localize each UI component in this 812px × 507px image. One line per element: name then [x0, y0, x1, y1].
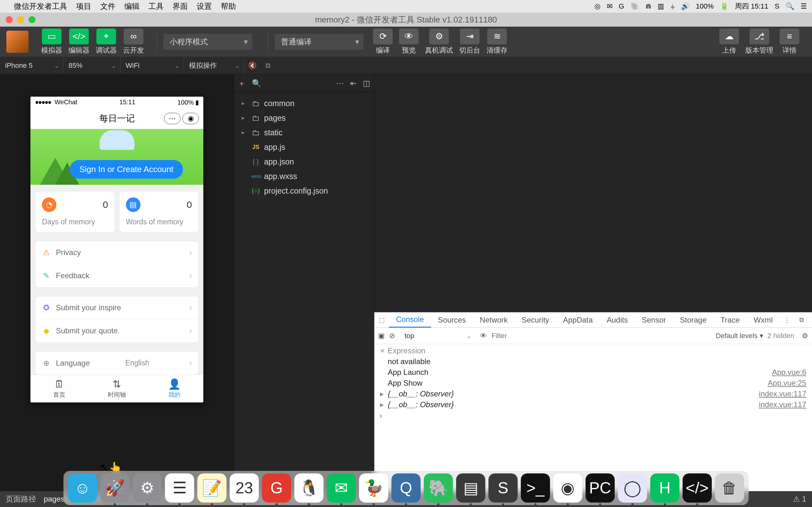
- file-node[interactable]: {○}project.config.json: [234, 183, 374, 198]
- search-icon[interactable]: 🔍: [786, 2, 794, 10]
- expand-caret-icon[interactable]: ▸: [380, 400, 388, 409]
- devtools-tab[interactable]: Security: [515, 313, 556, 328]
- clear-console-icon[interactable]: ⊘: [389, 332, 395, 340]
- devtools-tab[interactable]: Wxml: [747, 313, 780, 328]
- console-prompt[interactable]: ›: [374, 410, 812, 421]
- dock-qq[interactable]: 🐧: [294, 473, 323, 503]
- devtools-tab[interactable]: Storage: [673, 313, 713, 328]
- devtools-tab[interactable]: Sources: [431, 313, 473, 328]
- preview-button[interactable]: 👁: [399, 29, 419, 44]
- explorer-collapse-icon[interactable]: ⇤: [350, 79, 357, 88]
- tab-mine[interactable]: 👤我的: [146, 375, 204, 402]
- dock-trash[interactable]: 🗑: [715, 473, 744, 503]
- new-file-icon[interactable]: ＋: [238, 78, 246, 89]
- devtools-more-icon[interactable]: ⋮: [780, 316, 794, 324]
- list-row[interactable]: ⊕LanguageEnglish›: [36, 352, 198, 375]
- mock-select[interactable]: 模拟操作: [184, 57, 244, 74]
- devtools-tab[interactable]: Audits: [600, 313, 635, 328]
- menubar-app[interactable]: 微信开发者工具: [14, 1, 67, 11]
- console-toggle-icon[interactable]: ▣: [378, 332, 385, 340]
- dock-quicktime[interactable]: Q: [392, 473, 420, 503]
- menu-icon[interactable]: ☰: [801, 2, 807, 10]
- file-node[interactable]: { }app.json: [234, 154, 374, 169]
- devtools-tab[interactable]: AppData: [556, 313, 600, 328]
- dock-finder[interactable]: ☺: [68, 473, 97, 503]
- close-icon[interactable]: ×: [380, 346, 388, 355]
- debugger-toggle[interactable]: ⌖: [96, 29, 116, 44]
- source-link[interactable]: App.vue:25: [768, 379, 806, 388]
- wifi-icon[interactable]: ⏚: [670, 2, 675, 10]
- tab-home[interactable]: 🗓首页: [31, 375, 88, 402]
- dock-hbuilder[interactable]: H: [650, 473, 679, 503]
- details-button[interactable]: ≡: [780, 29, 799, 44]
- simulator-toggle[interactable]: ▭: [42, 29, 61, 44]
- list-row[interactable]: ◆Submit your quote.›: [36, 320, 198, 342]
- dock-wps[interactable]: G: [262, 473, 291, 503]
- folder-node[interactable]: ▸🗀static: [234, 125, 374, 140]
- rotate-icon[interactable]: ⧉: [260, 57, 276, 74]
- menubar-item[interactable]: 项目: [76, 1, 91, 11]
- compile-button[interactable]: ⟳: [373, 29, 393, 44]
- explorer-more-icon[interactable]: ⋯: [336, 79, 344, 88]
- dock-settings[interactable]: ⚙: [133, 473, 162, 503]
- console-settings-icon[interactable]: ⚙: [802, 332, 808, 340]
- menubar-item[interactable]: 文件: [100, 1, 115, 11]
- list-row[interactable]: ✎Feedback›: [36, 264, 198, 287]
- dock-devtools[interactable]: </>: [682, 473, 712, 503]
- menubar-item[interactable]: 界面: [172, 1, 188, 11]
- compile-mode-select[interactable]: 普通编译: [275, 34, 363, 50]
- tray-icon[interactable]: S: [774, 2, 779, 10]
- clock[interactable]: 周四 15:11: [735, 2, 768, 11]
- element-picker-icon[interactable]: ⬚: [374, 316, 389, 324]
- explorer-search-icon[interactable]: 🔍: [252, 79, 261, 88]
- log-levels-select[interactable]: Default levels ▾: [716, 332, 763, 340]
- network-select[interactable]: WiFi: [120, 57, 184, 74]
- version-button[interactable]: ⎇: [750, 29, 769, 44]
- menubar-item[interactable]: 工具: [148, 1, 164, 11]
- zoom-select[interactable]: 85%: [63, 57, 120, 74]
- dock-reminders[interactable]: ☰: [165, 473, 194, 503]
- dock-notes[interactable]: 📝: [197, 473, 226, 503]
- menubar-item[interactable]: 帮助: [221, 1, 236, 11]
- tab-timeline[interactable]: ⇅时间轴: [88, 375, 146, 402]
- dock-pycharm[interactable]: PC: [586, 473, 615, 503]
- list-row[interactable]: ✪Submit your inspire›: [36, 297, 198, 320]
- menubar-item[interactable]: 设置: [197, 1, 212, 11]
- upload-button[interactable]: ☁: [719, 29, 739, 44]
- source-link[interactable]: index.vue:117: [759, 389, 806, 398]
- dock-calendar[interactable]: 23: [230, 473, 259, 503]
- dock-launchpad[interactable]: 🚀: [100, 473, 130, 503]
- tray-icon[interactable]: ▥: [658, 2, 664, 10]
- remote-debug-button[interactable]: ⚙: [429, 29, 449, 44]
- devtools-tab[interactable]: Network: [473, 313, 515, 328]
- background-button[interactable]: ⇥: [460, 29, 479, 44]
- dock-eclipse[interactable]: ◯: [618, 473, 647, 503]
- dock-sublime[interactable]: S: [489, 473, 518, 503]
- dock-evernote[interactable]: 🐘: [424, 473, 453, 503]
- explorer-split-icon[interactable]: ◫: [363, 79, 370, 88]
- file-node[interactable]: JSapp.js: [234, 140, 374, 154]
- expand-caret-icon[interactable]: ▸: [380, 389, 388, 398]
- stat-card[interactable]: ▤0 Words of memory: [119, 192, 199, 232]
- devtools-dock-icon[interactable]: ⧉: [794, 316, 809, 324]
- mp-close-icon[interactable]: ◉: [183, 113, 199, 124]
- dock-weibo[interactable]: 🦆: [359, 473, 388, 503]
- file-node[interactable]: wxssapp.wxss: [234, 169, 374, 183]
- stat-card[interactable]: ◔0 Days of memory: [36, 192, 114, 232]
- hidden-count[interactable]: 2 hidden: [768, 332, 794, 340]
- cloud-button[interactable]: ∞: [124, 29, 143, 44]
- source-link[interactable]: index.vue:117: [759, 400, 806, 409]
- device-select[interactable]: iPhone 5: [0, 57, 63, 74]
- tray-icon[interactable]: G: [619, 2, 624, 10]
- devtools-tab[interactable]: Console: [389, 313, 431, 328]
- source-link[interactable]: App.vue:6: [772, 368, 806, 377]
- menubar-item[interactable]: 编辑: [124, 1, 140, 11]
- volume-icon[interactable]: 🔊: [681, 2, 690, 10]
- dock-chrome[interactable]: ◉: [553, 473, 582, 503]
- console-context-select[interactable]: top: [399, 332, 475, 340]
- clear-cache-button[interactable]: ≋: [487, 29, 507, 44]
- dock-terminal[interactable]: >_: [521, 473, 550, 503]
- folder-node[interactable]: ▸🗀common: [234, 96, 374, 111]
- editor-toggle[interactable]: </>: [69, 29, 89, 44]
- tray-icon[interactable]: 🐘: [630, 2, 639, 10]
